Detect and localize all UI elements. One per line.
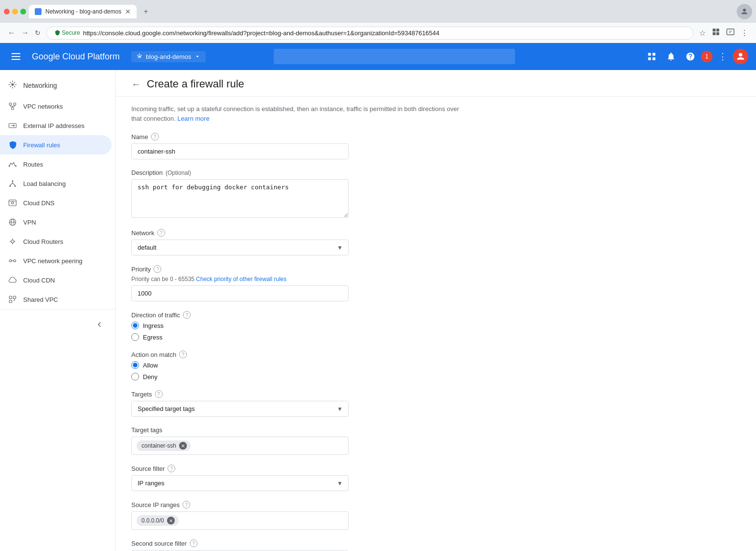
direction-radio-group: Ingress Egress — [131, 322, 462, 341]
svg-rect-5 — [727, 29, 734, 35]
maximize-dot[interactable] — [20, 9, 26, 14]
priority-help-icon[interactable]: ? — [154, 265, 161, 273]
form-description: Incoming traffic, set up a stateful conn… — [131, 104, 462, 123]
svg-point-27 — [9, 260, 12, 262]
forward-button[interactable]: → — [19, 27, 31, 39]
name-help-icon[interactable]: ? — [151, 133, 159, 141]
close-dot[interactable] — [4, 9, 10, 14]
project-selector[interactable]: blog-and-demos — [131, 51, 206, 62]
shared-vpc-icon — [8, 295, 17, 304]
description-textarea[interactable]: ssh port for debugging docker containers — [131, 179, 349, 218]
app-title: Google Cloud Platform — [32, 52, 120, 62]
back-button[interactable]: ← — [131, 79, 141, 90]
svg-rect-22 — [9, 200, 16, 206]
svg-rect-14 — [14, 103, 16, 105]
ip-chip-remove-button[interactable]: ✕ — [167, 517, 175, 524]
action-deny-option[interactable]: Deny — [131, 373, 462, 381]
sidebar-collapse-button[interactable] — [0, 315, 112, 335]
sidebar-item-cloud-routers[interactable]: Cloud Routers — [0, 232, 112, 251]
direction-egress-option[interactable]: Egress — [131, 333, 462, 341]
minimize-dot[interactable] — [12, 9, 18, 14]
action-allow-option[interactable]: Allow — [131, 361, 462, 369]
browser-menu-button[interactable]: ⋮ — [739, 26, 750, 40]
sidebar-item-vpn[interactable]: VPN — [0, 212, 112, 232]
search-input[interactable] — [274, 49, 515, 64]
routes-icon — [8, 159, 17, 169]
source-filter-select[interactable]: IP ranges Subnets Source tags — [131, 475, 349, 491]
load-balancing-icon — [8, 179, 17, 188]
svg-point-0 — [743, 9, 746, 12]
direction-ingress-option[interactable]: Ingress — [131, 322, 462, 329]
sidebar-item-vpc-peering[interactable]: VPC network peering — [0, 251, 112, 270]
svg-rect-4 — [716, 32, 719, 35]
new-tab-button[interactable]: + — [140, 4, 152, 19]
targets-field-group: Targets ? Specified target tags All inst… — [131, 390, 462, 417]
vpc-networks-icon — [8, 101, 17, 111]
sidebar-item-cloud-dns[interactable]: Cloud DNS — [0, 193, 112, 212]
tag-chip-remove-button[interactable]: ✕ — [179, 442, 187, 450]
extension-button2[interactable] — [724, 26, 737, 40]
name-input[interactable] — [131, 143, 349, 159]
sidebar-section-label: Networking — [23, 82, 57, 89]
targets-select[interactable]: Specified target tags All instances in t… — [131, 401, 349, 417]
direction-egress-radio[interactable] — [131, 333, 139, 341]
priority-field-group: Priority ? Priority can be 0 - 65535 Che… — [131, 265, 462, 301]
source-ip-input[interactable]: 0.0.0.0/0 ✕ — [131, 511, 349, 530]
learn-more-link[interactable]: Learn more — [177, 115, 209, 122]
svg-rect-29 — [9, 296, 12, 298]
apps-icon-button[interactable] — [643, 48, 660, 65]
priority-input[interactable] — [131, 285, 349, 301]
targets-label: Targets ? — [131, 390, 462, 398]
firewall-rules-icon — [8, 140, 17, 150]
hamburger-menu[interactable] — [8, 49, 24, 64]
svg-rect-7 — [648, 53, 651, 56]
network-field-group: Network ? default ▼ — [131, 229, 462, 255]
sidebar-item-label: Routes — [23, 161, 43, 168]
sidebar-item-cloud-cdn[interactable]: Cloud CDN — [0, 270, 112, 290]
direction-ingress-radio[interactable] — [131, 322, 139, 329]
source-filter-label: Source filter ? — [131, 465, 462, 472]
source-ip-field-group: Source IP ranges ? 0.0.0.0/0 ✕ — [131, 501, 462, 530]
browser-tab[interactable]: Networking - blog-and-demos ✕ — [29, 5, 137, 18]
source-ip-help-icon[interactable]: ? — [182, 501, 190, 509]
browser-profile-icon[interactable] — [737, 4, 752, 19]
network-label: Network ? — [131, 229, 462, 237]
second-source-help-icon[interactable]: ? — [190, 539, 197, 547]
sidebar-item-routes[interactable]: Routes — [0, 155, 112, 174]
address-url[interactable]: https://console.cloud.google.com/network… — [83, 29, 439, 37]
svg-point-20 — [9, 185, 11, 187]
sidebar-item-vpc-networks[interactable]: VPC networks — [0, 97, 112, 116]
sidebar-item-firewall-rules[interactable]: Firewall rules — [0, 135, 112, 155]
action-deny-radio[interactable] — [131, 373, 139, 381]
help-icon-button[interactable] — [682, 48, 699, 65]
tab-close-button[interactable]: ✕ — [125, 8, 131, 15]
refresh-button[interactable]: ↻ — [33, 27, 42, 39]
secure-badge: Secure — [55, 29, 80, 36]
bookmark-button[interactable]: ☆ — [697, 26, 708, 40]
targets-help-icon[interactable]: ? — [155, 390, 163, 398]
action-allow-label: Allow — [143, 362, 158, 369]
back-button[interactable]: ← — [6, 27, 17, 39]
more-options-button[interactable]: ⋮ — [714, 47, 731, 66]
source-filter-help-icon[interactable]: ? — [168, 465, 175, 472]
sidebar-item-external-ip[interactable]: External IP addresses — [0, 116, 112, 135]
sidebar-item-load-balancing[interactable]: Load balancing — [0, 174, 112, 193]
svg-rect-15 — [12, 107, 14, 110]
action-deny-label: Deny — [143, 373, 157, 381]
action-help-icon[interactable]: ? — [179, 351, 187, 358]
priority-hint: Priority can be 0 - 65535 Check priority… — [131, 276, 462, 283]
sidebar-item-label: Firewall rules — [23, 141, 60, 149]
extension-button1[interactable] — [710, 26, 722, 40]
svg-point-17 — [9, 165, 10, 167]
user-avatar[interactable] — [733, 49, 748, 64]
target-tags-input[interactable]: container-ssh ✕ — [131, 437, 349, 455]
priority-link[interactable]: Check priority of other firewall rules — [196, 276, 286, 283]
sidebar-item-shared-vpc[interactable]: Shared VPC — [0, 290, 112, 309]
action-allow-radio[interactable] — [131, 361, 139, 369]
user-number[interactable]: 1 — [701, 51, 713, 62]
sidebar-item-label: Cloud Routers — [23, 238, 63, 245]
network-select[interactable]: default — [131, 240, 349, 255]
network-help-icon[interactable]: ? — [157, 229, 165, 237]
notifications-icon-button[interactable] — [662, 48, 680, 65]
direction-help-icon[interactable]: ? — [183, 311, 191, 319]
